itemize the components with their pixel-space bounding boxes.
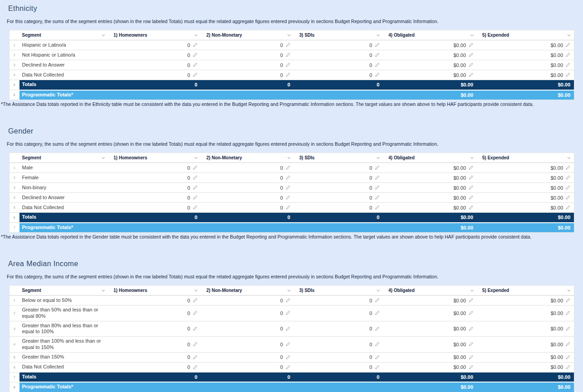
- edit-pencil-icon[interactable]: [193, 365, 198, 370]
- chevron-down-icon[interactable]: [287, 33, 291, 38]
- chevron-down-icon[interactable]: [101, 33, 106, 38]
- edit-pencil-icon[interactable]: [565, 195, 570, 200]
- edit-pencil-icon[interactable]: [565, 365, 570, 370]
- edit-pencil-icon[interactable]: [285, 298, 290, 303]
- edit-pencil-icon[interactable]: [468, 53, 473, 57]
- edit-pencil-icon[interactable]: [285, 311, 290, 316]
- column-header-sdis: 3) SDIs: [294, 153, 383, 163]
- edit-pencil-icon[interactable]: [285, 365, 290, 370]
- edit-pencil-icon[interactable]: [468, 165, 473, 170]
- edit-pencil-icon[interactable]: [375, 355, 380, 360]
- chevron-down-icon[interactable]: [376, 156, 381, 160]
- edit-pencil-icon[interactable]: [285, 326, 290, 331]
- chevron-down-icon[interactable]: [470, 156, 474, 160]
- edit-pencil-icon[interactable]: [468, 175, 473, 180]
- edit-pencil-icon[interactable]: [468, 365, 473, 370]
- edit-pencil-icon[interactable]: [193, 72, 198, 77]
- edit-pencil-icon[interactable]: [565, 298, 570, 303]
- segment-cell: Declined to Answer: [19, 60, 108, 70]
- edit-pencil-icon[interactable]: [193, 175, 198, 180]
- edit-pencil-icon[interactable]: [468, 43, 473, 48]
- edit-pencil-icon[interactable]: [565, 342, 570, 347]
- edit-pencil-icon[interactable]: [565, 185, 570, 190]
- edit-pencil-icon[interactable]: [468, 195, 473, 200]
- edit-pencil-icon[interactable]: [193, 326, 198, 331]
- cell-value: $0.00: [453, 165, 466, 171]
- edit-pencil-icon[interactable]: [565, 62, 570, 67]
- edit-pencil-icon[interactable]: [468, 342, 473, 347]
- edit-pencil-icon[interactable]: [375, 342, 380, 347]
- edit-pencil-icon[interactable]: [193, 165, 198, 170]
- edit-pencil-icon[interactable]: [468, 326, 473, 331]
- edit-pencil-icon[interactable]: [565, 355, 570, 360]
- edit-pencil-icon[interactable]: [193, 205, 198, 210]
- edit-pencil-icon[interactable]: [285, 175, 290, 180]
- edit-pencil-icon[interactable]: [375, 43, 380, 48]
- edit-pencil-icon[interactable]: [375, 53, 380, 57]
- chevron-down-icon[interactable]: [287, 156, 291, 160]
- edit-pencil-icon[interactable]: [193, 311, 198, 316]
- chevron-down-icon[interactable]: [194, 156, 198, 160]
- chevron-down-icon[interactable]: [470, 288, 474, 293]
- edit-pencil-icon[interactable]: [375, 72, 380, 77]
- edit-pencil-icon[interactable]: [468, 355, 473, 360]
- chevron-down-icon[interactable]: [194, 33, 198, 38]
- chevron-down-icon[interactable]: [376, 288, 381, 293]
- edit-pencil-icon[interactable]: [468, 298, 473, 303]
- edit-pencil-icon[interactable]: [285, 342, 290, 347]
- chevron-down-icon[interactable]: [567, 288, 571, 293]
- edit-pencil-icon[interactable]: [565, 165, 570, 170]
- edit-pencil-icon[interactable]: [193, 342, 198, 347]
- edit-pencil-icon[interactable]: [375, 365, 380, 370]
- edit-pencil-icon[interactable]: [375, 311, 380, 316]
- edit-pencil-icon[interactable]: [468, 205, 473, 210]
- edit-pencil-icon[interactable]: [285, 53, 290, 57]
- edit-pencil-icon[interactable]: [285, 205, 290, 210]
- edit-pencil-icon[interactable]: [375, 165, 380, 170]
- edit-pencil-icon[interactable]: [565, 43, 570, 48]
- edit-pencil-icon[interactable]: [193, 298, 198, 303]
- edit-pencil-icon[interactable]: [193, 195, 198, 200]
- edit-pencil-icon[interactable]: [285, 355, 290, 360]
- chevron-down-icon[interactable]: [567, 33, 571, 38]
- edit-pencil-icon[interactable]: [285, 43, 290, 48]
- edit-pencil-icon[interactable]: [375, 175, 380, 180]
- edit-pencil-icon[interactable]: [468, 72, 473, 77]
- edit-pencil-icon[interactable]: [565, 311, 570, 316]
- edit-pencil-icon[interactable]: [193, 53, 198, 57]
- edit-pencil-icon[interactable]: [375, 185, 380, 190]
- chevron-down-icon[interactable]: [470, 33, 474, 38]
- edit-pencil-icon[interactable]: [375, 298, 380, 303]
- edit-pencil-icon[interactable]: [565, 72, 570, 77]
- chevron-down-icon[interactable]: [376, 33, 381, 38]
- edit-pencil-icon[interactable]: [285, 62, 290, 67]
- edit-pencil-icon[interactable]: [565, 326, 570, 331]
- edit-pencil-icon[interactable]: [565, 53, 570, 57]
- edit-pencil-icon[interactable]: [285, 185, 290, 190]
- edit-pencil-icon[interactable]: [193, 185, 198, 190]
- chevron-down-icon[interactable]: [101, 288, 106, 293]
- cell-value: 0: [369, 175, 372, 181]
- edit-pencil-icon[interactable]: [285, 165, 290, 170]
- cell-value: 0: [280, 175, 283, 181]
- edit-pencil-icon[interactable]: [468, 62, 473, 67]
- edit-pencil-icon[interactable]: [468, 185, 473, 190]
- edit-pencil-icon[interactable]: [285, 72, 290, 77]
- edit-pencil-icon[interactable]: [565, 205, 570, 210]
- edit-pencil-icon[interactable]: [375, 195, 380, 200]
- edit-pencil-icon[interactable]: [375, 62, 380, 67]
- edit-pencil-icon[interactable]: [468, 311, 473, 316]
- chevron-down-icon[interactable]: [567, 156, 571, 160]
- chevron-down-icon[interactable]: [194, 288, 198, 293]
- edit-pencil-icon[interactable]: [375, 326, 380, 331]
- edit-pencil-icon[interactable]: [375, 205, 380, 210]
- edit-pencil-icon[interactable]: [193, 355, 198, 360]
- edit-pencil-icon[interactable]: [193, 43, 198, 48]
- edit-pencil-icon[interactable]: [285, 195, 290, 200]
- chevron-down-icon[interactable]: [101, 156, 106, 160]
- edit-pencil-icon[interactable]: [193, 62, 198, 67]
- value-cell-expended: $0.00: [477, 362, 574, 372]
- edit-pencil-icon[interactable]: [565, 175, 570, 180]
- chevron-down-icon[interactable]: [287, 288, 291, 293]
- value-cell-sdis: 0: [294, 321, 383, 337]
